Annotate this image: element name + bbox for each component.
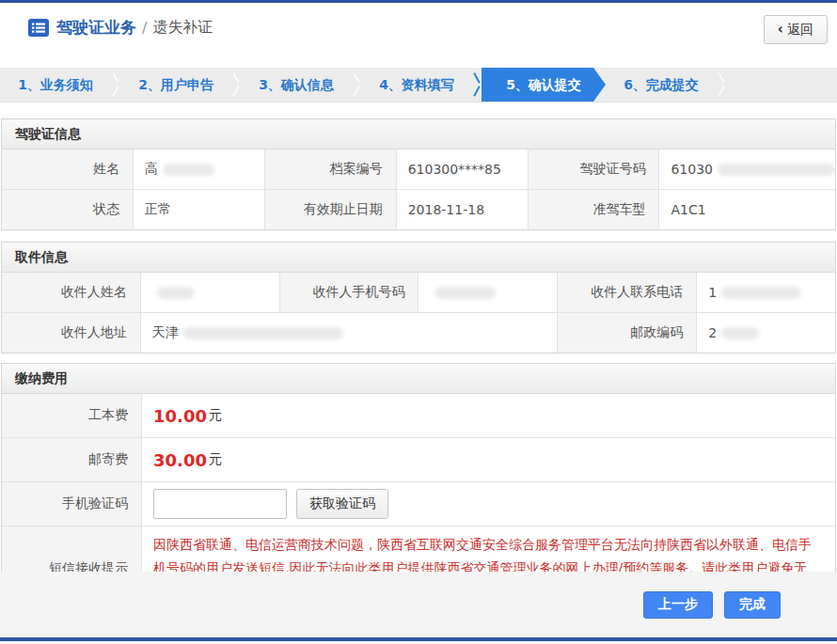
vehicle-class-value: A1C1 — [659, 190, 835, 229]
recipient-phone-value: 1 — [697, 273, 835, 312]
file-number-value: 610300****85 — [397, 149, 528, 189]
section-pickup-info: 取件信息 收件人姓名 收件人手机号码 收件人联系电话 1 收件人地址 天津 — [1, 242, 836, 353]
step-1: 1、业务须知 — [0, 68, 111, 102]
license-number-value-text: 61030 — [671, 162, 713, 177]
step-separator-icon — [352, 68, 361, 102]
name-value-text: 高 — [145, 161, 158, 178]
step-5-current: 5、确认提交 — [482, 68, 606, 102]
recipient-mobile-label: 收件人手机号码 — [280, 273, 418, 312]
section-license-info: 驾驶证信息 姓名 高 档案编号 610300****85 驾驶证号码 61030… — [1, 118, 836, 230]
sms-code-input[interactable] — [153, 489, 287, 519]
postage-fee-unit: 元 — [209, 451, 222, 468]
postage-fee-label: 邮寄费 — [2, 438, 141, 481]
step-separator-icon — [111, 68, 120, 102]
recipient-address-value-text: 天津 — [152, 324, 179, 341]
back-button-label: 返回 — [787, 22, 813, 39]
sms-code-label: 手机验证码 — [2, 482, 141, 526]
production-fee-value: 10.00 元 — [142, 394, 835, 437]
breadcrumb-divider: / — [142, 19, 147, 37]
status-value-text: 正常 — [145, 201, 171, 218]
postage-fee-amount: 30.00 — [153, 450, 207, 470]
production-fee-label: 工本费 — [2, 394, 141, 437]
expiry-date-value: 2018-11-18 — [397, 190, 528, 229]
get-code-button[interactable]: 获取验证码 — [296, 489, 388, 519]
postal-code-value: 2 — [697, 313, 835, 353]
expiry-date-value-text: 2018-11-18 — [408, 202, 484, 217]
file-number-label: 档案编号 — [265, 149, 396, 189]
recipient-address-label: 收件人地址 — [2, 313, 140, 353]
section-title-license: 驾驶证信息 — [2, 119, 835, 149]
production-fee-unit: 元 — [209, 407, 222, 424]
step-2: 2、用户申告 — [120, 68, 231, 102]
redacted-blob — [163, 164, 214, 176]
step-separator-icon — [717, 68, 726, 102]
list-icon — [28, 19, 49, 37]
status-value: 正常 — [134, 190, 264, 229]
recipient-name-label: 收件人姓名 — [2, 273, 140, 312]
chevron-left-icon: ‹ — [778, 23, 783, 37]
prev-step-button[interactable]: 上一步 — [643, 591, 713, 619]
redacted-blob — [721, 287, 801, 299]
postal-code-label: 邮政编码 — [558, 313, 696, 353]
recipient-phone-label: 收件人联系电话 — [558, 273, 696, 312]
sms-code-row: 获取验证码 — [142, 482, 835, 526]
pickup-table: 收件人姓名 收件人手机号码 收件人联系电话 1 收件人地址 天津 邮政编码 — [2, 273, 835, 353]
recipient-phone-value-text: 1 — [708, 285, 717, 300]
license-number-label: 驾驶证号码 — [529, 149, 659, 189]
redacted-blob — [718, 164, 835, 176]
status-label: 状态 — [2, 190, 133, 229]
recipient-name-value — [141, 273, 279, 312]
expiry-date-label: 有效期止日期 — [265, 190, 396, 229]
section-title-pickup: 取件信息 — [2, 243, 835, 273]
step-separator-active-icon — [472, 68, 482, 102]
license-number-value: 61030 — [659, 149, 835, 189]
step-nav: 1、业务须知 2、用户申告 3、确认信息 4、资料填写 5、确认提交 6、完成提… — [0, 68, 837, 102]
page: 驾驶证业务 / 遗失补证 ‹ 返回 1、业务须知 2、用户申告 3、确认信息 4… — [0, 0, 837, 644]
recipient-mobile-value — [418, 273, 557, 312]
license-table: 姓名 高 档案编号 610300****85 驾驶证号码 61030 状态 正常… — [2, 149, 835, 229]
back-button[interactable]: ‹ 返回 — [764, 15, 828, 44]
redacted-blob — [157, 287, 195, 299]
redacted-blob — [183, 327, 343, 339]
postage-fee-value: 30.00 元 — [142, 438, 835, 481]
step-4: 4、资料填写 — [361, 68, 472, 102]
breadcrumb-current: 遗失补证 — [152, 18, 213, 38]
finish-button[interactable]: 完成 — [724, 591, 781, 619]
section-title-payment: 缴纳费用 — [2, 364, 835, 394]
header: 驾驶证业务 / 遗失补证 ‹ 返回 — [0, 3, 837, 53]
redacted-blob — [434, 287, 496, 299]
production-fee-amount: 10.00 — [153, 406, 207, 426]
step-separator-icon — [231, 68, 241, 102]
page-title: 驾驶证业务 — [56, 17, 136, 39]
redacted-blob — [721, 327, 759, 339]
vehicle-class-label: 准驾车型 — [529, 190, 659, 229]
step-3: 3、确认信息 — [241, 68, 352, 102]
vehicle-class-value-text: A1C1 — [671, 202, 705, 217]
name-value: 高 — [134, 149, 264, 189]
footer: 上一步 完成 — [0, 572, 837, 637]
postal-code-value-text: 2 — [708, 325, 717, 340]
step-6: 6、完成提交 — [606, 68, 717, 102]
file-number-value-text: 610300****85 — [408, 162, 501, 177]
bottom-accent-bar — [0, 637, 837, 641]
recipient-address-value: 天津 — [141, 313, 558, 353]
name-label: 姓名 — [2, 149, 133, 189]
